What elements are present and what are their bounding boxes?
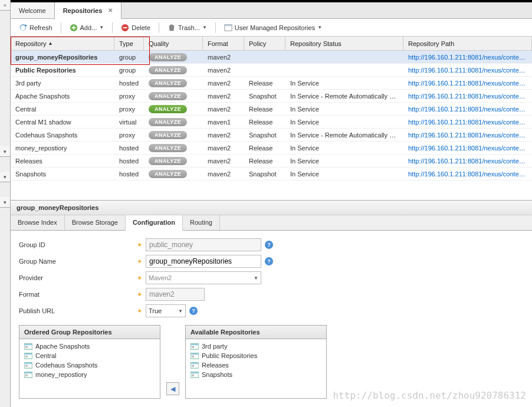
cell-type: hosted	[114, 156, 144, 166]
table-row[interactable]: SnapshotshostedANALYZEmaven2SnapshotIn S…	[11, 168, 532, 180]
table-row[interactable]: money_repostioryhostedANALYZEmaven2Relea…	[11, 142, 532, 155]
analyze-button[interactable]: ANALYZE	[149, 144, 187, 152]
cell-path[interactable]: http://196.160.1.211:8081/nexus/content/…	[403, 143, 532, 153]
cell-format: maven2	[203, 130, 244, 140]
dtab-browse-index[interactable]: Browse Index	[11, 215, 65, 230]
analyze-button[interactable]: ANALYZE	[149, 66, 187, 74]
ordered-group-panel: Ordered Group Repositories Apache Snapsh…	[19, 325, 160, 399]
user-managed-button[interactable]: User Managed Repositories▼	[221, 22, 326, 34]
cell-format: maven1	[203, 117, 244, 127]
analyze-button[interactable]: ANALYZE	[149, 118, 187, 126]
cell-type: hosted	[114, 169, 144, 179]
rail-collapse-icon[interactable]: «	[0, 0, 10, 11]
svg-rect-13	[24, 363, 32, 365]
help-icon[interactable]: ?	[265, 241, 273, 249]
rail-drop-icon-3[interactable]: ▾	[0, 197, 10, 208]
table-row[interactable]: 3rd partyhostedANALYZEmaven2ReleaseIn Se…	[11, 77, 532, 90]
dtab-browse-storage[interactable]: Browse Storage	[65, 215, 126, 230]
col-path[interactable]: Repository Path	[403, 37, 532, 50]
list-item[interactable]: 3rd party	[188, 342, 324, 351]
list-item[interactable]: Releases	[188, 360, 324, 370]
svg-rect-18	[25, 375, 28, 375]
move-left-button[interactable]: ◀	[166, 382, 179, 395]
svg-rect-17	[24, 372, 32, 374]
cell-path[interactable]: http://196.160.1.211:8081/nexus/content/…	[403, 91, 532, 101]
col-policy[interactable]: Policy	[244, 37, 285, 50]
add-button[interactable]: Add...▼	[66, 22, 108, 34]
dtab-configuration[interactable]: Configuration	[126, 215, 183, 231]
cell-path[interactable]: http://196.160.1.211:8081/nexus/content/…	[403, 65, 532, 76]
list-item[interactable]: Central	[22, 351, 157, 360]
repo-icon	[191, 343, 199, 350]
cell-path[interactable]: http://196.160.1.211:8081/nexus/content/…	[403, 130, 532, 140]
list-item[interactable]: Snapshots	[188, 370, 324, 379]
cell-type: group	[114, 65, 144, 76]
analyze-button[interactable]: ANALYZE	[149, 79, 187, 87]
rail-drop-icon[interactable]: ▾	[0, 146, 10, 157]
select-publish-url[interactable]: True▼	[146, 304, 186, 317]
analyze-button[interactable]: ANALYZE	[149, 105, 187, 113]
svg-rect-3	[225, 24, 232, 26]
label-publish-url: Publish URL	[19, 307, 137, 314]
col-quality[interactable]: Quality	[144, 37, 203, 50]
table-row[interactable]: CentralproxyANALYZEmaven2ReleaseIn Servi…	[11, 103, 532, 116]
list-item[interactable]: Codehaus Snapshots	[22, 360, 157, 370]
cell-format: maven2	[203, 65, 244, 76]
cell-path[interactable]: http://196.160.1.211:8081/nexus/content/…	[403, 104, 532, 114]
col-type[interactable]: Type	[114, 37, 144, 50]
list-item-label: Public Repositories	[202, 352, 257, 359]
cell-path[interactable]: http://196.160.1.211:8081/nexus/content/…	[403, 156, 532, 166]
tab-repositories[interactable]: Repositories ✕	[55, 2, 122, 19]
list-item[interactable]: money_repostiory	[22, 370, 157, 379]
analyze-button[interactable]: ANALYZE	[149, 170, 187, 178]
col-repository[interactable]: Repository ▲	[11, 37, 114, 50]
analyze-button[interactable]: ANALYZE	[149, 131, 187, 139]
refresh-button[interactable]: Refresh	[15, 22, 56, 34]
repositories-grid: Repository ▲ Type Quality Format Policy …	[11, 37, 532, 200]
list-item[interactable]: Public Repositories	[188, 351, 324, 360]
cell-type: proxy	[114, 130, 144, 140]
cell-type: proxy	[114, 91, 144, 101]
help-icon[interactable]: ?	[189, 307, 198, 315]
repo-icon	[191, 371, 199, 378]
table-row[interactable]: Central M1 shadowvirtualANALYZEmaven1Rel…	[11, 116, 532, 129]
table-row[interactable]: group_moneyRepositoriesgroupANALYZEmaven…	[11, 51, 532, 64]
svg-rect-29	[191, 363, 199, 365]
input-group-id[interactable]	[146, 238, 261, 251]
cell-path[interactable]: http://196.160.1.211:8081/nexus/content/…	[403, 52, 532, 63]
dtab-routing[interactable]: Routing	[183, 215, 220, 230]
cell-path[interactable]: http://196.160.1.211:8081/nexus/content/…	[403, 169, 532, 179]
label-group-id: Group ID	[19, 241, 137, 248]
cell-path[interactable]: http://196.160.1.211:8081/nexus/content/…	[403, 117, 532, 127]
cell-name: money_repostiory	[11, 143, 114, 153]
col-format[interactable]: Format	[203, 37, 244, 50]
cell-path[interactable]: http://196.160.1.211:8081/nexus/content/…	[403, 78, 532, 88]
svg-rect-11	[25, 357, 28, 357]
select-provider[interactable]: Maven2▼	[146, 271, 261, 284]
table-row[interactable]: Codehaus SnapshotsproxyANALYZEmaven2Snap…	[11, 129, 532, 142]
table-row[interactable]: Apache SnapshotsproxyANALYZEmaven2Snapsh…	[11, 90, 532, 103]
svg-rect-31	[192, 366, 194, 367]
trash-button[interactable]: Trash...▼	[164, 22, 211, 34]
table-row[interactable]: Public RepositoriesgroupANALYZEmaven2htt…	[11, 64, 532, 77]
analyze-button[interactable]: ANALYZE	[149, 53, 187, 61]
tab-welcome[interactable]: Welcome	[11, 2, 55, 18]
rail-drop-icon-2[interactable]: ▾	[0, 172, 10, 182]
analyze-button[interactable]: ANALYZE	[149, 92, 187, 100]
chevron-down-icon: ▼	[178, 308, 183, 314]
cell-quality: ANALYZE	[144, 155, 203, 167]
detail-title: group_moneyRepositories	[11, 201, 532, 215]
close-icon[interactable]: ✕	[108, 7, 113, 14]
cell-name: Apache Snapshots	[11, 91, 114, 101]
list-item[interactable]: Apache Snapshots	[22, 342, 157, 351]
analyze-button[interactable]: ANALYZE	[149, 157, 187, 165]
col-status[interactable]: Repository Status	[285, 37, 403, 50]
cell-status	[285, 55, 403, 59]
delete-button[interactable]: Delete	[117, 22, 154, 34]
input-group-name[interactable]	[146, 255, 261, 268]
left-rail: « ▾ ▾ ▾	[0, 0, 11, 407]
table-row[interactable]: ReleaseshostedANALYZEmaven2ReleaseIn Ser…	[11, 155, 532, 168]
label-provider: Provider	[19, 274, 137, 281]
svg-rect-5	[24, 344, 32, 346]
help-icon[interactable]: ?	[265, 257, 273, 265]
